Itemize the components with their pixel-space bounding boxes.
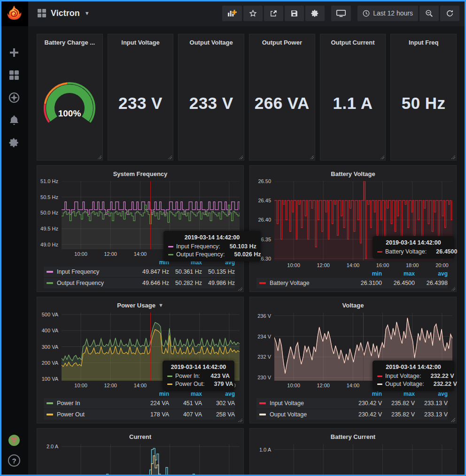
cycle-view-tv-button[interactable] [331,6,351,21]
x-axis: 10:0012:0014:0016:0018:0020:00 [274,381,452,390]
panel-resize-handle[interactable] [168,155,172,159]
x-tick-label: 10:00 [287,262,300,268]
legend-series-toggle[interactable]: Input Frequency49.847 Hz50.361 Hz50.135 … [44,267,235,277]
x-axis: 10:0012:0014:0016:0018:0020:00 [62,381,240,390]
panel-title[interactable]: Voltage [250,299,456,311]
y-axis: 500 VA400 VA300 VA200 VA100 VA [37,313,62,381]
refresh-button[interactable] [440,6,459,21]
sidebar: ? [0,0,28,476]
dashboard-title-picker[interactable]: Victron ▼ [38,8,90,18]
panel-title[interactable]: Output Power [249,37,315,48]
legend-series-toggle[interactable]: Ouput Voltage230.42 V235.82 V233.13 V [256,409,448,420]
time-range-picker[interactable]: Last 12 hours [357,6,418,21]
create-plus-icon[interactable] [8,47,20,58]
y-axis: 51.0 Hz50.5 Hz50.0 Hz49.5 Hz49.0 Hz [37,181,62,249]
chart-plot-area[interactable] [274,313,452,381]
panel-resize-handle[interactable] [239,155,243,159]
chart-plot-area[interactable] [62,313,240,381]
legend-stat-header[interactable]: max [169,391,202,397]
share-icon [270,9,278,17]
legend-series-toggle[interactable]: Input Voltage230.42 V235.82 V233.13 V [256,398,448,408]
legend: minmaxavg Power In224 VA451 VA302 VA Pow… [37,390,240,421]
dashboard-title: Victron [51,8,80,18]
y-tick-label: 400 VA [42,328,58,333]
gauge-value-label: 100% [58,108,81,118]
panel-title[interactable]: Output Voltage [179,37,244,48]
star-dashboard-button[interactable] [243,6,263,21]
panel-title[interactable]: Input Voltage [108,37,173,48]
legend-stat-header[interactable]: min [136,259,169,266]
panel-resize-handle[interactable] [310,155,314,159]
add-panel-button[interactable] [222,6,242,21]
legend-series-toggle[interactable]: Power In224 VA451 VA302 VA [44,398,235,408]
legend-stat-value: 224 VA [136,400,169,407]
legend-stat-header[interactable]: avg [415,270,448,277]
save-dashboard-button[interactable] [285,6,304,21]
legend-series-toggle[interactable]: Output Frequency49.646 Hz50.282 Hz49.986… [44,278,235,288]
panel-title[interactable]: Battery Voltage [250,168,456,179]
legend-stat-header[interactable]: avg [202,391,235,397]
panel-system-frequency: System Frequency 51.0 Hz50.5 Hz50.0 Hz49… [37,165,244,292]
share-dashboard-button[interactable] [264,6,283,21]
help-icon[interactable]: ? [8,454,20,467]
legend-stat-header[interactable]: avg [415,391,448,397]
x-tick-label: 20:00 [435,383,449,388]
legend-series-toggle[interactable]: Battery Voltage26.310026.450026.4398 [256,278,448,288]
grafana-logo[interactable] [0,0,28,26]
series-color-swatch [259,414,266,415]
chart-plot-area[interactable] [274,444,452,476]
panel-title[interactable]: Output Current [320,37,386,48]
legend-stat-value: 235.82 V [382,411,415,418]
legend-stat-header[interactable]: max [382,270,415,277]
panel-input-voltage-stat: Input Voltage 233 V [108,34,174,161]
panel-resize-handle[interactable] [451,286,455,291]
legend-stat-header[interactable]: min [349,270,382,277]
chart-plot-area[interactable] [274,181,452,261]
y-tick-label: 1.5 A [47,474,58,476]
x-tick-label: 20:00 [223,251,236,257]
panel-title[interactable]: Battery Current [250,431,456,442]
panel-resize-handle[interactable] [238,286,242,291]
legend-stat-value: 50.135 Hz [202,269,235,275]
user-avatar[interactable] [8,435,20,446]
y-tick-label: 300 VA [42,344,58,350]
panel-resize-handle[interactable] [238,418,242,422]
y-tick-label: 232 V [257,354,271,360]
x-tick-label: 16:00 [376,262,389,268]
panel-title[interactable]: Current [37,431,243,442]
panel-title[interactable]: Power Usage▼ [37,299,243,311]
legend-stat-header[interactable]: min [349,391,382,397]
dashboard-settings-button[interactable] [305,6,325,21]
chart-plot-area[interactable] [62,181,240,249]
legend-stat-header[interactable]: avg [202,259,235,266]
alerting-bell-icon[interactable] [8,115,20,126]
stat-value: 233 V [118,94,163,113]
legend: minmaxavg Battery Voltage26.310026.45002… [250,270,452,289]
panel-title[interactable]: Input Freq [391,37,456,48]
x-axis: 10:0012:0014:0016:0018:0020:00 [274,261,452,270]
dashboards-icon[interactable] [8,69,20,81]
help-question-mark: ? [12,457,16,465]
legend-series-toggle[interactable]: Power Out178 VA407 VA258 VA [44,409,235,420]
panel-title[interactable]: System Frequency [37,168,243,179]
legend-stat-value: 233.13 V [415,411,448,418]
panel-resize-handle[interactable] [97,155,101,159]
legend-stat-value: 49.986 Hz [202,280,235,286]
y-tick-label: 2.0 A [47,444,58,449]
legend-stat-header[interactable]: min [136,391,169,397]
zoom-out-time-button[interactable] [419,6,439,21]
configuration-gear-icon[interactable] [8,137,20,148]
panel-resize-handle[interactable] [380,155,384,159]
legend-stat-value: 26.4500 [382,280,415,286]
explore-compass-icon[interactable] [8,92,20,103]
legend-stat-header[interactable]: max [382,391,415,397]
y-tick-label: 500 VA [42,312,58,317]
legend-stat-header[interactable]: max [169,259,202,266]
panel-title[interactable]: Battery Charge ... [37,37,102,48]
panel-resize-handle[interactable] [451,418,455,422]
save-icon [290,9,298,17]
x-tick-label: 16:00 [376,383,389,388]
x-tick-label: 18:00 [406,383,419,388]
chart-plot-area[interactable] [62,444,240,476]
panel-resize-handle[interactable] [451,155,455,159]
